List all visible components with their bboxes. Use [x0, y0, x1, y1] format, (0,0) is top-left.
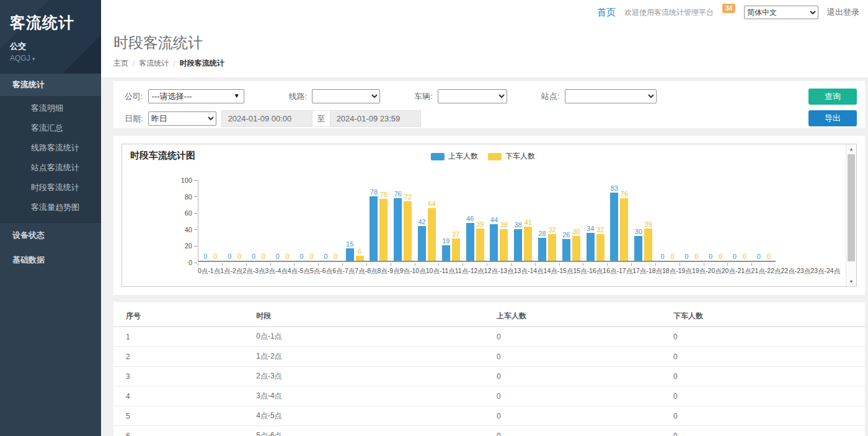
x-tick-label: 1点-2点: [220, 267, 242, 276]
bar-column: 0: [755, 253, 763, 261]
bar-value-label: 0: [203, 253, 207, 260]
org-code-dropdown[interactable]: AQGJ▾: [10, 54, 91, 63]
sidebar-item-passenger-detail[interactable]: 客流明细: [0, 98, 101, 118]
bar-group: 00: [704, 180, 728, 261]
bar-column: 39: [476, 220, 484, 261]
y-tick: 100: [181, 177, 197, 184]
query-button[interactable]: 查询: [808, 89, 857, 105]
x-tick-label: 0点-1点: [198, 267, 220, 276]
language-select[interactable]: 简体中文: [744, 6, 818, 19]
logout-link[interactable]: 退出登录: [827, 7, 859, 18]
bar-value-label: 64: [428, 200, 435, 207]
bar-value-label: 0: [670, 253, 674, 260]
date-from-input[interactable]: [221, 110, 312, 127]
bar-value-label: 0: [324, 253, 327, 260]
breadcrumb-section[interactable]: 客流统计: [139, 58, 169, 69]
sidebar-item-device-status[interactable]: 设备状态: [0, 223, 101, 248]
bar-group: 8376: [608, 180, 632, 261]
chart-box: 时段车流统计图 上车人数 下车人数 020406080100 000000000…: [122, 144, 857, 287]
bar-column: 0: [764, 253, 773, 261]
x-tick-label: 6点-7点: [332, 267, 355, 276]
table-cell: 0点-1点: [256, 327, 497, 347]
table-cell: 4: [113, 386, 256, 406]
table-cell: 1: [113, 327, 256, 347]
x-tick-label: 19点-20点: [692, 267, 722, 276]
bar-value-label: 0: [300, 253, 304, 260]
bar-group: 00: [680, 180, 704, 261]
export-button[interactable]: 导出: [808, 110, 857, 126]
bar-value-label: 0: [237, 253, 241, 260]
bar-value-label: 39: [645, 220, 652, 228]
bar: [524, 227, 532, 261]
table-row: 54点-5点00: [113, 406, 865, 426]
header-index: 序号: [113, 306, 256, 327]
company-select[interactable]: ---请选择---: [148, 89, 244, 103]
bar-value-label: 76: [394, 190, 402, 198]
table-cell: 0: [673, 406, 865, 426]
bar-value-label: 75: [380, 191, 388, 198]
bar-value-label: 0: [310, 253, 314, 260]
notification-badge[interactable]: 34: [722, 4, 735, 13]
legend-swatch-alighting: [488, 153, 502, 160]
bar-value-label: 15: [346, 240, 353, 248]
scroll-down-icon[interactable]: ▼: [846, 279, 856, 284]
bar-column: 46: [466, 215, 474, 261]
date-to-input[interactable]: [330, 110, 421, 127]
sidebar-nav: 客流统计 客流明细 客流汇总 线路客流统计 站点客流统计 时段客流统计 客流量趋…: [0, 73, 101, 272]
bar-value-label: 30: [572, 228, 580, 235]
chart-legend: 上车人数 下车人数: [431, 151, 535, 162]
sidebar-item-base-data[interactable]: 基础数据: [0, 248, 101, 272]
welcome-text: 欢迎使用客流统计管理平台: [624, 7, 714, 18]
home-link[interactable]: 首页: [597, 7, 616, 19]
filter-panel: 公司: ---请选择--- ▼ 线路: 车辆: 站点: 日期:: [113, 81, 865, 128]
sidebar-item-trend-chart[interactable]: 客流量趋势图: [0, 198, 101, 217]
date-preset-select[interactable]: 昨日: [148, 111, 216, 126]
bar-group: 156: [343, 180, 367, 261]
bar: [562, 239, 570, 261]
app-logo-title: 客流统计: [10, 12, 91, 33]
chart-vertical-scrollbar[interactable]: ▲ ▼: [846, 144, 856, 286]
table-panel: 序号 时段 上车人数 下车人数 10点-1点0021点-2点0032点-3点00…: [113, 302, 865, 436]
x-tick-label: 13点-14点: [514, 267, 544, 276]
bar-column: 28: [538, 230, 546, 261]
x-tick-label: 21点-22点: [751, 267, 781, 276]
bar-value-label: 0: [228, 253, 231, 260]
sidebar-group-passenger-stats[interactable]: 客流统计: [0, 73, 101, 96]
bar-value-label: 0: [213, 253, 217, 260]
main-area: 首页 欢迎使用客流统计管理平台 34 简体中文 退出登录 时段客流统计 主页 /…: [101, 0, 868, 436]
scrollbar-thumb[interactable]: [848, 154, 855, 261]
sidebar-item-station-stats[interactable]: 站点客流统计: [0, 158, 101, 178]
bar-column: 0: [308, 253, 316, 261]
bar: [490, 224, 498, 261]
org-code-label: AQGJ: [10, 54, 30, 63]
x-tick-label: 20点-21点: [722, 267, 751, 276]
bar-group: 3039: [631, 180, 655, 261]
table-cell: 0: [497, 367, 673, 386]
sidebar-item-passenger-summary[interactable]: 客流汇总: [0, 118, 101, 138]
station-select[interactable]: [565, 89, 657, 103]
bar-group: 00: [198, 180, 223, 261]
scroll-up-icon[interactable]: ▲: [846, 147, 856, 151]
bar: [634, 236, 642, 261]
vehicle-select[interactable]: [438, 89, 507, 103]
sidebar-item-line-stats[interactable]: 线路客流统计: [0, 138, 101, 158]
legend-alighting[interactable]: 下车人数: [488, 151, 535, 162]
bar-group: 4639: [463, 180, 487, 261]
bar-group: 00: [270, 180, 294, 261]
legend-boarding[interactable]: 上车人数: [431, 151, 478, 162]
table-row: 65点-6点00: [113, 426, 865, 436]
breadcrumb-home[interactable]: 主页: [113, 58, 128, 69]
line-select[interactable]: [312, 89, 380, 103]
bar-group: 00: [247, 180, 271, 261]
table-cell: 0: [497, 347, 673, 367]
table-cell: 0: [497, 406, 673, 426]
sidebar-item-period-stats[interactable]: 时段客流统计: [0, 178, 101, 198]
bar-group: 00: [728, 180, 752, 261]
table-cell: 4点-5点: [256, 406, 497, 426]
company-label: 公司:: [125, 91, 143, 102]
bar-column: 34: [587, 225, 595, 261]
breadcrumb-current: 时段客流统计: [180, 58, 224, 69]
bar-value-label: 6: [358, 248, 361, 255]
station-label: 站点:: [541, 91, 560, 102]
bar: [548, 234, 556, 261]
